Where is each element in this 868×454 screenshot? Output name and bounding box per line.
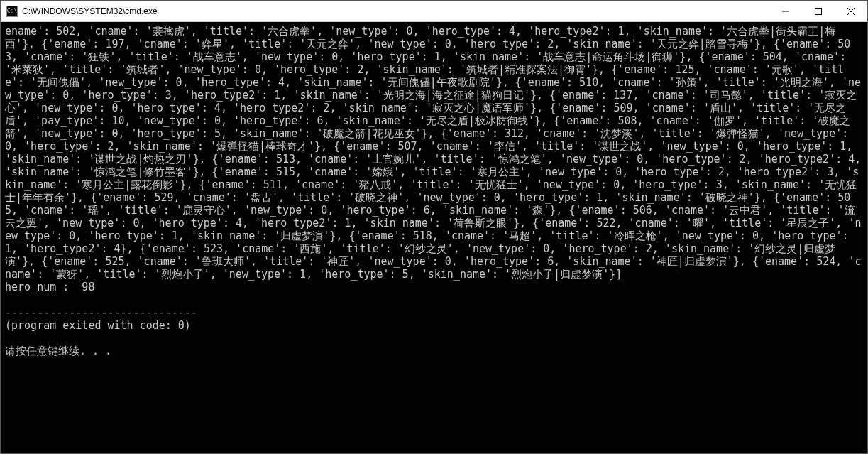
close-button[interactable]	[835, 1, 867, 21]
continue-prompt: 请按任意键继续. . .	[5, 345, 111, 357]
separator-line: ------------------------------	[5, 306, 197, 319]
titlebar[interactable]: C:\ C:\WINDOWS\SYSTEM32\cmd.exe	[1, 1, 867, 22]
console-body: ename': 502, 'cname': '裴擒虎', 'title': '六…	[5, 25, 867, 281]
cmd-window: C:\ C:\WINDOWS\SYSTEM32\cmd.exe ename': …	[0, 0, 868, 454]
cmd-icon: C:\	[6, 6, 18, 17]
window-title: C:\WINDOWS\SYSTEM32\cmd.exe	[22, 6, 769, 16]
console-output[interactable]: ename': 502, 'cname': '裴擒虎', 'title': '六…	[1, 22, 867, 453]
maximize-button[interactable]	[802, 1, 835, 21]
window-controls	[769, 1, 867, 21]
minimize-button[interactable]	[769, 1, 802, 21]
exit-code-line: (program exited with code: 0)	[5, 319, 191, 332]
hero-num-line: hero_num : 98	[5, 281, 94, 293]
svg-rect-1	[815, 8, 822, 14]
